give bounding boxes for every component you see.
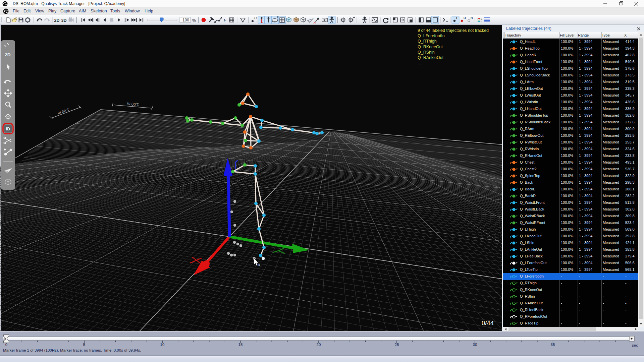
svg-text:1,00 m: 1,00 m xyxy=(57,108,70,116)
svg-text:L: L xyxy=(456,16,458,20)
svg-text:ID: ID xyxy=(6,127,10,131)
svg-text:ID: ID xyxy=(258,263,260,266)
svg-text:100: 100 xyxy=(182,18,189,22)
svg-text:D: D xyxy=(471,16,473,20)
svg-text:2D: 2D xyxy=(54,18,60,23)
svg-text:F: F xyxy=(224,18,227,23)
svg-text:F: F xyxy=(270,16,271,19)
svg-text:L2: L2 xyxy=(254,17,257,20)
svg-text:U: U xyxy=(464,16,466,20)
svg-text:2D: 2D xyxy=(5,52,11,57)
svg-text:1,00 m: 1,00 m xyxy=(127,102,139,107)
svg-text:3D: 3D xyxy=(61,18,67,23)
svg-text:%: % xyxy=(192,18,196,23)
